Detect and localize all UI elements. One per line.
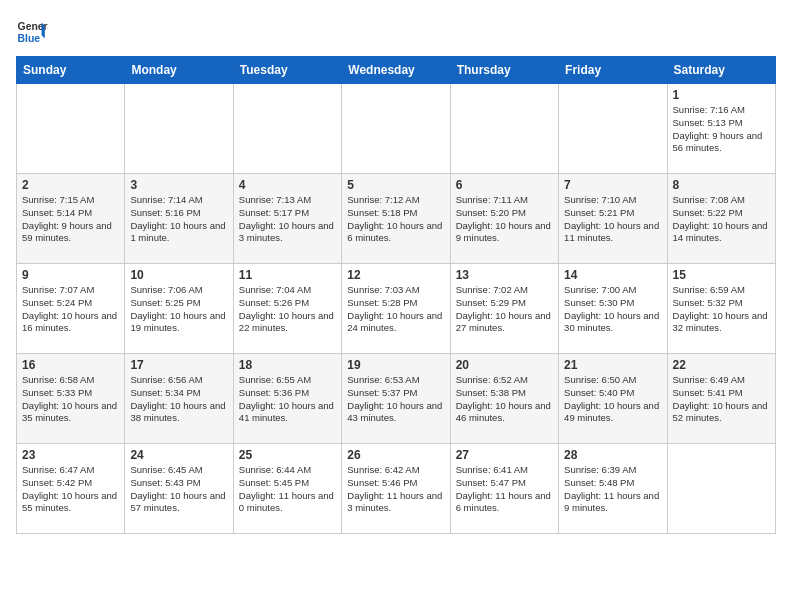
calendar-week-4: 16Sunrise: 6:58 AM Sunset: 5:33 PM Dayli… — [17, 354, 776, 444]
calendar-cell — [17, 84, 125, 174]
day-info: Sunrise: 7:16 AM Sunset: 5:13 PM Dayligh… — [673, 104, 770, 155]
day-info: Sunrise: 7:06 AM Sunset: 5:25 PM Dayligh… — [130, 284, 227, 335]
day-info: Sunrise: 7:14 AM Sunset: 5:16 PM Dayligh… — [130, 194, 227, 245]
day-info: Sunrise: 6:59 AM Sunset: 5:32 PM Dayligh… — [673, 284, 770, 335]
calendar-cell: 14Sunrise: 7:00 AM Sunset: 5:30 PM Dayli… — [559, 264, 667, 354]
day-number: 25 — [239, 448, 336, 462]
logo-icon: General Blue — [16, 16, 48, 48]
day-info: Sunrise: 6:52 AM Sunset: 5:38 PM Dayligh… — [456, 374, 553, 425]
day-number: 19 — [347, 358, 444, 372]
day-info: Sunrise: 7:13 AM Sunset: 5:17 PM Dayligh… — [239, 194, 336, 245]
day-number: 17 — [130, 358, 227, 372]
calendar-week-2: 2Sunrise: 7:15 AM Sunset: 5:14 PM Daylig… — [17, 174, 776, 264]
day-number: 8 — [673, 178, 770, 192]
calendar-cell: 19Sunrise: 6:53 AM Sunset: 5:37 PM Dayli… — [342, 354, 450, 444]
calendar-cell — [125, 84, 233, 174]
day-number: 3 — [130, 178, 227, 192]
day-info: Sunrise: 6:53 AM Sunset: 5:37 PM Dayligh… — [347, 374, 444, 425]
day-number: 2 — [22, 178, 119, 192]
day-info: Sunrise: 7:08 AM Sunset: 5:22 PM Dayligh… — [673, 194, 770, 245]
calendar-cell: 22Sunrise: 6:49 AM Sunset: 5:41 PM Dayli… — [667, 354, 775, 444]
day-number: 23 — [22, 448, 119, 462]
day-info: Sunrise: 7:07 AM Sunset: 5:24 PM Dayligh… — [22, 284, 119, 335]
calendar-cell: 20Sunrise: 6:52 AM Sunset: 5:38 PM Dayli… — [450, 354, 558, 444]
calendar-cell: 18Sunrise: 6:55 AM Sunset: 5:36 PM Dayli… — [233, 354, 341, 444]
calendar-cell: 5Sunrise: 7:12 AM Sunset: 5:18 PM Daylig… — [342, 174, 450, 264]
day-header-tuesday: Tuesday — [233, 57, 341, 84]
day-info: Sunrise: 7:11 AM Sunset: 5:20 PM Dayligh… — [456, 194, 553, 245]
calendar-header-row: SundayMondayTuesdayWednesdayThursdayFrid… — [17, 57, 776, 84]
calendar-cell: 2Sunrise: 7:15 AM Sunset: 5:14 PM Daylig… — [17, 174, 125, 264]
calendar-cell: 16Sunrise: 6:58 AM Sunset: 5:33 PM Dayli… — [17, 354, 125, 444]
calendar-cell: 13Sunrise: 7:02 AM Sunset: 5:29 PM Dayli… — [450, 264, 558, 354]
day-info: Sunrise: 6:45 AM Sunset: 5:43 PM Dayligh… — [130, 464, 227, 515]
day-info: Sunrise: 6:50 AM Sunset: 5:40 PM Dayligh… — [564, 374, 661, 425]
day-info: Sunrise: 7:12 AM Sunset: 5:18 PM Dayligh… — [347, 194, 444, 245]
calendar-cell: 3Sunrise: 7:14 AM Sunset: 5:16 PM Daylig… — [125, 174, 233, 264]
day-header-monday: Monday — [125, 57, 233, 84]
calendar-cell: 9Sunrise: 7:07 AM Sunset: 5:24 PM Daylig… — [17, 264, 125, 354]
day-number: 9 — [22, 268, 119, 282]
day-info: Sunrise: 7:15 AM Sunset: 5:14 PM Dayligh… — [22, 194, 119, 245]
calendar-cell: 11Sunrise: 7:04 AM Sunset: 5:26 PM Dayli… — [233, 264, 341, 354]
calendar-cell: 10Sunrise: 7:06 AM Sunset: 5:25 PM Dayli… — [125, 264, 233, 354]
calendar-cell: 21Sunrise: 6:50 AM Sunset: 5:40 PM Dayli… — [559, 354, 667, 444]
calendar-week-5: 23Sunrise: 6:47 AM Sunset: 5:42 PM Dayli… — [17, 444, 776, 534]
day-header-saturday: Saturday — [667, 57, 775, 84]
calendar-cell: 25Sunrise: 6:44 AM Sunset: 5:45 PM Dayli… — [233, 444, 341, 534]
day-number: 13 — [456, 268, 553, 282]
day-number: 27 — [456, 448, 553, 462]
day-info: Sunrise: 6:44 AM Sunset: 5:45 PM Dayligh… — [239, 464, 336, 515]
logo: General Blue — [16, 16, 48, 48]
day-number: 20 — [456, 358, 553, 372]
day-number: 24 — [130, 448, 227, 462]
day-number: 4 — [239, 178, 336, 192]
day-header-friday: Friday — [559, 57, 667, 84]
day-info: Sunrise: 7:04 AM Sunset: 5:26 PM Dayligh… — [239, 284, 336, 335]
calendar-cell: 8Sunrise: 7:08 AM Sunset: 5:22 PM Daylig… — [667, 174, 775, 264]
calendar-cell: 17Sunrise: 6:56 AM Sunset: 5:34 PM Dayli… — [125, 354, 233, 444]
calendar-cell: 28Sunrise: 6:39 AM Sunset: 5:48 PM Dayli… — [559, 444, 667, 534]
day-info: Sunrise: 6:41 AM Sunset: 5:47 PM Dayligh… — [456, 464, 553, 515]
day-number: 10 — [130, 268, 227, 282]
day-info: Sunrise: 7:03 AM Sunset: 5:28 PM Dayligh… — [347, 284, 444, 335]
calendar-cell: 24Sunrise: 6:45 AM Sunset: 5:43 PM Dayli… — [125, 444, 233, 534]
day-number: 5 — [347, 178, 444, 192]
day-number: 11 — [239, 268, 336, 282]
calendar-cell: 26Sunrise: 6:42 AM Sunset: 5:46 PM Dayli… — [342, 444, 450, 534]
day-number: 14 — [564, 268, 661, 282]
day-info: Sunrise: 6:42 AM Sunset: 5:46 PM Dayligh… — [347, 464, 444, 515]
day-number: 28 — [564, 448, 661, 462]
day-number: 12 — [347, 268, 444, 282]
calendar-cell: 6Sunrise: 7:11 AM Sunset: 5:20 PM Daylig… — [450, 174, 558, 264]
calendar-cell: 7Sunrise: 7:10 AM Sunset: 5:21 PM Daylig… — [559, 174, 667, 264]
day-number: 7 — [564, 178, 661, 192]
calendar-cell — [667, 444, 775, 534]
calendar-week-3: 9Sunrise: 7:07 AM Sunset: 5:24 PM Daylig… — [17, 264, 776, 354]
svg-text:Blue: Blue — [18, 33, 41, 44]
day-info: Sunrise: 6:55 AM Sunset: 5:36 PM Dayligh… — [239, 374, 336, 425]
calendar-cell — [559, 84, 667, 174]
day-number: 18 — [239, 358, 336, 372]
day-number: 21 — [564, 358, 661, 372]
day-header-wednesday: Wednesday — [342, 57, 450, 84]
calendar-cell: 12Sunrise: 7:03 AM Sunset: 5:28 PM Dayli… — [342, 264, 450, 354]
calendar-cell — [233, 84, 341, 174]
calendar-week-1: 1Sunrise: 7:16 AM Sunset: 5:13 PM Daylig… — [17, 84, 776, 174]
calendar-cell: 23Sunrise: 6:47 AM Sunset: 5:42 PM Dayli… — [17, 444, 125, 534]
day-header-sunday: Sunday — [17, 57, 125, 84]
day-info: Sunrise: 7:00 AM Sunset: 5:30 PM Dayligh… — [564, 284, 661, 335]
day-info: Sunrise: 6:47 AM Sunset: 5:42 PM Dayligh… — [22, 464, 119, 515]
day-number: 1 — [673, 88, 770, 102]
calendar-cell — [342, 84, 450, 174]
calendar-cell: 15Sunrise: 6:59 AM Sunset: 5:32 PM Dayli… — [667, 264, 775, 354]
day-info: Sunrise: 7:10 AM Sunset: 5:21 PM Dayligh… — [564, 194, 661, 245]
calendar-cell: 4Sunrise: 7:13 AM Sunset: 5:17 PM Daylig… — [233, 174, 341, 264]
calendar-table: SundayMondayTuesdayWednesdayThursdayFrid… — [16, 56, 776, 534]
day-number: 22 — [673, 358, 770, 372]
page-header: General Blue — [16, 16, 776, 48]
day-number: 16 — [22, 358, 119, 372]
calendar-cell: 27Sunrise: 6:41 AM Sunset: 5:47 PM Dayli… — [450, 444, 558, 534]
day-number: 15 — [673, 268, 770, 282]
day-number: 26 — [347, 448, 444, 462]
